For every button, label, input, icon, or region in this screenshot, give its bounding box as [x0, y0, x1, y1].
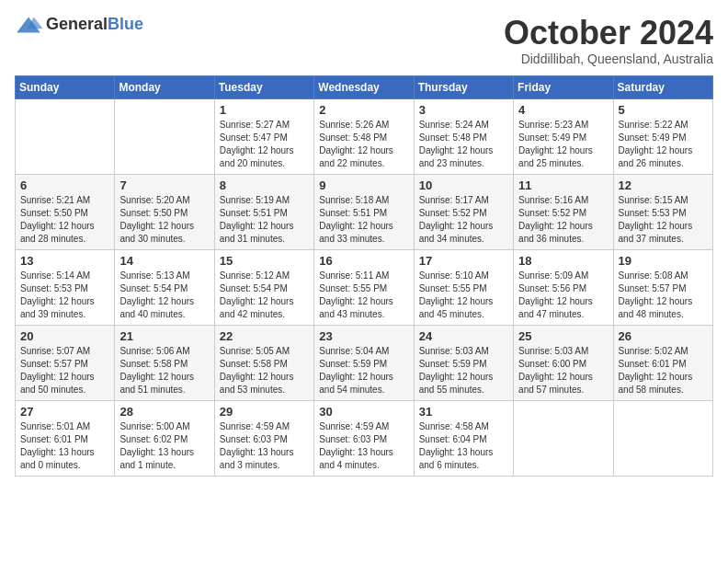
day-info: Sunrise: 5:05 AM Sunset: 5:58 PM Dayligh…	[220, 345, 309, 396]
day-info: Sunrise: 5:01 AM Sunset: 6:01 PM Dayligh…	[20, 420, 109, 472]
calendar-cell: 22Sunrise: 5:05 AM Sunset: 5:58 PM Dayli…	[214, 325, 313, 400]
calendar-cell: 15Sunrise: 5:12 AM Sunset: 5:54 PM Dayli…	[214, 249, 313, 325]
calendar-cell: 13Sunrise: 5:14 AM Sunset: 5:53 PM Dayli…	[16, 249, 115, 325]
day-number: 11	[518, 178, 608, 192]
logo: GeneralBlue	[15, 15, 143, 34]
day-number: 22	[220, 329, 309, 343]
calendar-cell: 18Sunrise: 5:09 AM Sunset: 5:56 PM Dayli…	[514, 249, 613, 325]
calendar-cell: 9Sunrise: 5:18 AM Sunset: 5:51 PM Daylig…	[314, 174, 414, 249]
calendar-cell: 14Sunrise: 5:13 AM Sunset: 5:54 PM Dayli…	[115, 249, 214, 325]
day-info: Sunrise: 4:59 AM Sunset: 6:03 PM Dayligh…	[220, 420, 309, 472]
day-info: Sunrise: 5:09 AM Sunset: 5:56 PM Dayligh…	[518, 270, 608, 321]
location: Diddillibah, Queensland, Australia	[504, 52, 713, 66]
calendar-cell: 29Sunrise: 4:59 AM Sunset: 6:03 PM Dayli…	[214, 400, 313, 476]
page-header: GeneralBlue October 2024 Diddillibah, Qu…	[15, 15, 713, 66]
day-number: 27	[20, 405, 109, 419]
day-info: Sunrise: 5:23 AM Sunset: 5:49 PM Dayligh…	[518, 119, 608, 170]
calendar-header-row: SundayMondayTuesdayWednesdayThursdayFrid…	[16, 75, 713, 98]
day-number: 4	[518, 103, 608, 117]
day-number: 3	[419, 103, 508, 117]
day-number: 7	[119, 178, 209, 192]
calendar-cell: 2Sunrise: 5:26 AM Sunset: 5:48 PM Daylig…	[314, 98, 414, 174]
day-info: Sunrise: 5:04 AM Sunset: 5:59 PM Dayligh…	[319, 345, 408, 396]
day-info: Sunrise: 5:16 AM Sunset: 5:52 PM Dayligh…	[518, 194, 608, 246]
day-number: 21	[119, 329, 209, 343]
calendar-cell: 6Sunrise: 5:21 AM Sunset: 5:50 PM Daylig…	[16, 174, 115, 249]
calendar-cell: 23Sunrise: 5:04 AM Sunset: 5:59 PM Dayli…	[314, 325, 414, 400]
title-block: October 2024 Diddillibah, Queensland, Au…	[504, 15, 713, 66]
day-info: Sunrise: 5:15 AM Sunset: 5:53 PM Dayligh…	[619, 194, 708, 246]
calendar-cell: 20Sunrise: 5:07 AM Sunset: 5:57 PM Dayli…	[16, 325, 115, 400]
calendar-cell: 21Sunrise: 5:06 AM Sunset: 5:58 PM Dayli…	[115, 325, 214, 400]
calendar-cell: 12Sunrise: 5:15 AM Sunset: 5:53 PM Dayli…	[613, 174, 712, 249]
day-number: 2	[319, 103, 408, 117]
day-number: 26	[619, 329, 708, 343]
calendar-cell: 7Sunrise: 5:20 AM Sunset: 5:50 PM Daylig…	[115, 174, 214, 249]
day-number: 10	[419, 178, 508, 192]
day-info: Sunrise: 5:03 AM Sunset: 6:00 PM Dayligh…	[518, 345, 608, 396]
day-info: Sunrise: 5:24 AM Sunset: 5:48 PM Dayligh…	[419, 119, 508, 170]
day-info: Sunrise: 5:08 AM Sunset: 5:57 PM Dayligh…	[619, 270, 708, 321]
day-info: Sunrise: 4:59 AM Sunset: 6:03 PM Dayligh…	[319, 420, 408, 472]
logo-icon	[15, 16, 42, 34]
day-info: Sunrise: 5:19 AM Sunset: 5:51 PM Dayligh…	[220, 194, 309, 246]
calendar-cell	[16, 98, 115, 174]
logo-general: General	[46, 15, 108, 33]
calendar-cell: 1Sunrise: 5:27 AM Sunset: 5:47 PM Daylig…	[214, 98, 313, 174]
col-header-monday: Monday	[115, 75, 214, 98]
day-number: 28	[119, 405, 209, 419]
calendar-cell	[115, 98, 214, 174]
day-info: Sunrise: 5:02 AM Sunset: 6:01 PM Dayligh…	[619, 345, 708, 396]
day-info: Sunrise: 5:26 AM Sunset: 5:48 PM Dayligh…	[319, 119, 408, 170]
calendar-cell	[514, 400, 613, 476]
day-info: Sunrise: 5:07 AM Sunset: 5:57 PM Dayligh…	[20, 345, 109, 396]
day-info: Sunrise: 5:27 AM Sunset: 5:47 PM Dayligh…	[220, 119, 309, 170]
day-number: 19	[619, 254, 708, 268]
col-header-wednesday: Wednesday	[314, 75, 414, 98]
calendar-cell: 31Sunrise: 4:58 AM Sunset: 6:04 PM Dayli…	[414, 400, 513, 476]
calendar-cell: 30Sunrise: 4:59 AM Sunset: 6:03 PM Dayli…	[314, 400, 414, 476]
col-header-sunday: Sunday	[16, 75, 115, 98]
col-header-thursday: Thursday	[414, 75, 513, 98]
calendar-week-5: 27Sunrise: 5:01 AM Sunset: 6:01 PM Dayli…	[16, 400, 713, 476]
day-number: 1	[220, 103, 309, 117]
day-number: 25	[518, 329, 608, 343]
day-number: 15	[220, 254, 309, 268]
day-number: 6	[20, 178, 109, 192]
calendar-week-4: 20Sunrise: 5:07 AM Sunset: 5:57 PM Dayli…	[16, 325, 713, 400]
day-info: Sunrise: 5:22 AM Sunset: 5:49 PM Dayligh…	[619, 119, 708, 170]
calendar-week-2: 6Sunrise: 5:21 AM Sunset: 5:50 PM Daylig…	[16, 174, 713, 249]
calendar-cell: 16Sunrise: 5:11 AM Sunset: 5:55 PM Dayli…	[314, 249, 414, 325]
day-number: 31	[419, 405, 508, 419]
day-info: Sunrise: 5:21 AM Sunset: 5:50 PM Dayligh…	[20, 194, 109, 246]
calendar-cell	[613, 400, 712, 476]
day-info: Sunrise: 5:00 AM Sunset: 6:02 PM Dayligh…	[119, 420, 209, 472]
day-number: 12	[619, 178, 708, 192]
month-title: October 2024	[504, 15, 713, 52]
calendar-week-1: 1Sunrise: 5:27 AM Sunset: 5:47 PM Daylig…	[16, 98, 713, 174]
day-info: Sunrise: 5:06 AM Sunset: 5:58 PM Dayligh…	[119, 345, 209, 396]
calendar-cell: 10Sunrise: 5:17 AM Sunset: 5:52 PM Dayli…	[414, 174, 513, 249]
day-info: Sunrise: 5:03 AM Sunset: 5:59 PM Dayligh…	[419, 345, 508, 396]
calendar-cell: 5Sunrise: 5:22 AM Sunset: 5:49 PM Daylig…	[613, 98, 712, 174]
day-number: 17	[419, 254, 508, 268]
day-info: Sunrise: 5:10 AM Sunset: 5:55 PM Dayligh…	[419, 270, 508, 321]
calendar-cell: 28Sunrise: 5:00 AM Sunset: 6:02 PM Dayli…	[115, 400, 214, 476]
calendar-cell: 4Sunrise: 5:23 AM Sunset: 5:49 PM Daylig…	[514, 98, 613, 174]
day-number: 18	[518, 254, 608, 268]
day-number: 24	[419, 329, 508, 343]
day-info: Sunrise: 5:14 AM Sunset: 5:53 PM Dayligh…	[20, 270, 109, 321]
day-number: 9	[319, 178, 408, 192]
day-number: 8	[220, 178, 309, 192]
day-number: 23	[319, 329, 408, 343]
day-number: 30	[319, 405, 408, 419]
col-header-friday: Friday	[514, 75, 613, 98]
col-header-saturday: Saturday	[613, 75, 712, 98]
day-info: Sunrise: 5:20 AM Sunset: 5:50 PM Dayligh…	[119, 194, 209, 246]
calendar-week-3: 13Sunrise: 5:14 AM Sunset: 5:53 PM Dayli…	[16, 249, 713, 325]
calendar-cell: 11Sunrise: 5:16 AM Sunset: 5:52 PM Dayli…	[514, 174, 613, 249]
day-info: Sunrise: 5:17 AM Sunset: 5:52 PM Dayligh…	[419, 194, 508, 246]
calendar-cell: 27Sunrise: 5:01 AM Sunset: 6:01 PM Dayli…	[16, 400, 115, 476]
calendar-cell: 3Sunrise: 5:24 AM Sunset: 5:48 PM Daylig…	[414, 98, 513, 174]
day-info: Sunrise: 5:13 AM Sunset: 5:54 PM Dayligh…	[119, 270, 209, 321]
